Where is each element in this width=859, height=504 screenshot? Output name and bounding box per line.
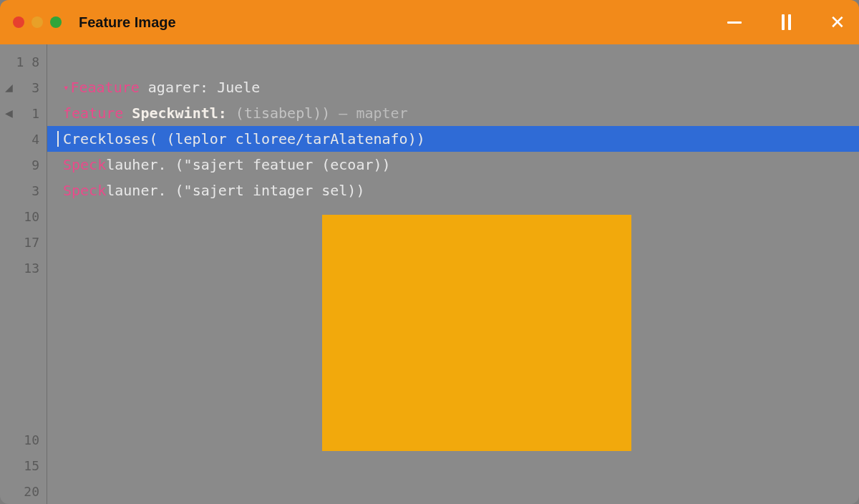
fold-column: ◢ ◀: [0, 44, 17, 126]
pause-icon: [782, 14, 791, 30]
code-area[interactable]: ▾Feaature agarer: Juele feature Speckwin…: [47, 44, 859, 504]
feature-image-placeholder: [322, 215, 631, 451]
code-text: — mapter: [339, 105, 407, 122]
window-controls: ✕: [726, 14, 846, 31]
text-cursor: [57, 131, 59, 147]
line-number: 13: [0, 255, 42, 281]
fold-arrow-icon[interactable]: ◀: [5, 107, 13, 119]
keyword: Speck: [63, 182, 106, 199]
keyword: Speck: [63, 156, 106, 173]
minimize-button[interactable]: [726, 14, 743, 31]
pause-button[interactable]: [777, 14, 795, 31]
close-icon: ✕: [830, 13, 845, 32]
zoom-traffic-light[interactable]: [50, 16, 62, 28]
editor-area: ◢ ◀ 1 8 3 1 4 9 3 10 17 13 10 15 20 ▾Fea…: [0, 44, 859, 504]
titlebar: Feature Image ✕: [0, 0, 859, 44]
code-line[interactable]: ▾Feaature agarer: Juele: [47, 74, 859, 100]
minimize-icon: [727, 21, 742, 24]
traffic-lights: [13, 16, 62, 28]
line-number: 10: [0, 203, 42, 229]
line-number: 20: [0, 478, 42, 504]
line-number: 3: [0, 178, 42, 203]
keyword: Feaature: [70, 79, 139, 96]
code-text: lauher. ("sajert featuer (ecoar)): [106, 156, 390, 173]
code-text: Speckwintl:: [123, 105, 227, 122]
code-line[interactable]: feature Speckwintl: (tisabepl)) — mapter: [47, 100, 859, 126]
close-button[interactable]: ✕: [829, 14, 846, 31]
fold-caret-icon: ▾: [63, 82, 69, 93]
fold-arrow-icon[interactable]: ◢: [5, 82, 13, 93]
code-line[interactable]: Specklauher. ("sajert featuer (ecoar)): [47, 152, 859, 178]
code-line[interactable]: Specklauner. ("sajert intager sel)): [47, 178, 859, 203]
close-traffic-light[interactable]: [13, 16, 24, 28]
code-line[interactable]: [47, 49, 859, 74]
line-number: 4: [0, 126, 42, 152]
line-number: 15: [0, 452, 42, 478]
line-number: 9: [0, 152, 42, 178]
minimize-traffic-light[interactable]: [31, 16, 43, 28]
keyword: feature: [63, 105, 123, 122]
editor-window: Feature Image ✕ ◢ ◀ 1 8 3 1 4 9 3 10: [0, 0, 859, 504]
line-number: 10: [0, 427, 42, 452]
code-line-selected[interactable]: Creckloses( (leplor clloree/tarAlatenafo…: [47, 126, 859, 152]
code-text: Creckloses( (leplor clloree/tarAlatenafo…: [63, 130, 425, 147]
window-title: Feature Image: [79, 14, 176, 31]
code-text: launer. ("sajert intager sel)): [106, 182, 364, 199]
line-number: 17: [0, 229, 42, 255]
code-text: agarer: Juele: [140, 79, 261, 96]
code-text: (tisabepl)): [227, 105, 339, 122]
